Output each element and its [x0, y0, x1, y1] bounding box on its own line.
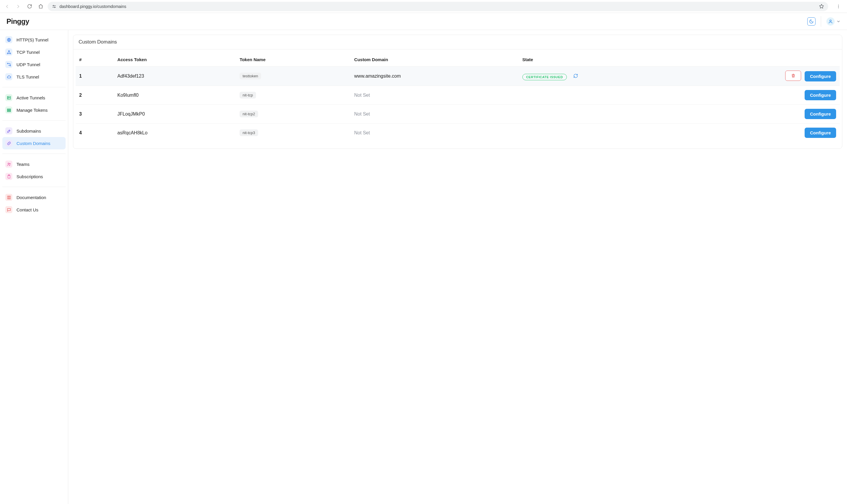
col-token-name: Token Name [236, 55, 350, 67]
not-set-label: Not Set [355, 130, 370, 135]
svg-point-5 [838, 6, 839, 6]
token-name-badge: testtoken [240, 73, 261, 79]
group-icon [5, 161, 12, 168]
theme-toggle-button[interactable] [807, 17, 815, 25]
row-index: 3 [76, 105, 114, 124]
sidebar-item-http-s-tunnel[interactable]: HTTP(S) Tunnel [2, 34, 66, 46]
token-name-badge: nit-tcp [240, 92, 256, 98]
sidebar-item-tcp-tunnel[interactable]: TCP Tunnel [2, 46, 66, 58]
col-index: # [76, 55, 114, 67]
sidebar-item-label: Documentation [16, 195, 46, 200]
sidebar-item-label: UDP Tunnel [16, 62, 40, 67]
sidebar-item-label: Active Tunnels [16, 95, 45, 100]
brand-logo[interactable]: Pinggy [6, 17, 29, 25]
clipboard-icon [5, 173, 12, 180]
custom-domain-cell: www.amazingsite.com [351, 67, 519, 86]
link-icon [5, 140, 12, 147]
configure-button[interactable]: Configure [805, 109, 836, 119]
browser-menu-button[interactable] [834, 2, 843, 11]
sidebar-separator [2, 87, 66, 87]
list-icon [5, 106, 12, 113]
col-state: State [519, 55, 672, 67]
sidebar-item-tls-tunnel[interactable]: TLS Tunnel [2, 71, 66, 83]
row-index: 2 [76, 86, 114, 105]
configure-button[interactable]: Configure [805, 128, 836, 138]
not-set-label: Not Set [355, 93, 370, 97]
sidebar-item-custom-domains[interactable]: Custom Domains [2, 137, 66, 149]
browser-chrome: dashboard.pinggy.io/customdomains [0, 0, 847, 13]
server-icon [5, 94, 12, 101]
sidebar-item-contact-us[interactable]: Contact Us [2, 203, 66, 216]
token-name-badge: nit-tcp3 [240, 129, 258, 136]
custom-domain-cell: Not Set [351, 86, 519, 105]
svg-rect-18 [7, 109, 10, 110]
site-controls-icon[interactable] [52, 4, 56, 9]
row-index: 4 [76, 124, 114, 142]
sidebar-item-label: Teams [16, 162, 30, 167]
state-cell [519, 105, 672, 124]
globe-icon [5, 36, 12, 43]
bookmark-star-icon[interactable] [819, 4, 824, 9]
sidebar-item-teams[interactable]: Teams [2, 158, 66, 170]
header-right [807, 16, 841, 27]
url-bar[interactable]: dashboard.pinggy.io/customdomains [48, 2, 828, 11]
svg-point-9 [8, 50, 9, 51]
divider [821, 16, 821, 27]
sidebar-item-label: Custom Domains [16, 141, 50, 146]
avatar-icon [826, 17, 835, 25]
sidebar-item-subscriptions[interactable]: Subscriptions [2, 170, 66, 183]
sidebar-item-udp-tunnel[interactable]: UDP Tunnel [2, 58, 66, 71]
state-cell [519, 86, 672, 105]
configure-button[interactable]: Configure [805, 90, 836, 100]
sidebar-separator [2, 187, 66, 187]
svg-point-1 [53, 5, 54, 6]
table-row: 2Ko9Iumfl0nit-tcpNot SetConfigure [76, 86, 840, 105]
moon-icon [809, 19, 814, 24]
sidebar: HTTP(S) TunnelTCP TunnelUDP TunnelTLS Tu… [0, 30, 68, 504]
back-button[interactable] [3, 2, 11, 11]
svg-point-7 [830, 20, 831, 21]
svg-point-21 [8, 163, 9, 164]
book-icon [5, 194, 12, 201]
trash-icon [791, 73, 795, 78]
svg-point-13 [10, 65, 11, 66]
home-button[interactable] [36, 2, 45, 11]
state-cell: CERTIFICATE ISSUED [519, 67, 672, 86]
actions-cell: Configure [672, 124, 840, 142]
access-token-cell: JFLoqJMkP0 [114, 105, 236, 124]
forward-button[interactable] [14, 2, 22, 11]
refresh-button[interactable] [572, 72, 580, 80]
token-name-cell: nit-tcp [236, 86, 350, 105]
actions-cell: Configure [672, 67, 840, 86]
svg-point-3 [54, 7, 55, 8]
svg-point-4 [838, 5, 839, 5]
delete-button[interactable] [785, 71, 801, 81]
sidebar-item-label: Subdomains [16, 128, 41, 133]
route-icon [5, 61, 12, 68]
sidebar-item-label: Subscriptions [16, 174, 43, 179]
state-cell [519, 124, 672, 142]
url-text[interactable]: dashboard.pinggy.io/customdomains [59, 4, 816, 9]
access-token-cell: Adf43def123 [114, 67, 236, 86]
network-icon [5, 49, 12, 56]
sidebar-item-subdomains[interactable]: Subdomains [2, 125, 66, 137]
svg-point-10 [7, 53, 8, 54]
sidebar-separator [2, 154, 66, 154]
svg-rect-19 [7, 110, 10, 111]
svg-rect-20 [7, 111, 10, 112]
cloud-lock-icon [5, 73, 12, 80]
token-name-cell: nit-tcp3 [236, 124, 350, 142]
col-access-token: Access Token [114, 55, 236, 67]
token-name-cell: testtoken [236, 67, 350, 86]
token-name-badge: nit-tcp2 [240, 111, 258, 117]
user-menu[interactable] [826, 17, 841, 25]
token-name-cell: nit-tcp2 [236, 105, 350, 124]
sidebar-item-label: TCP Tunnel [16, 50, 40, 55]
custom-domains-panel: Custom Domains # Access Token Token Name… [73, 35, 842, 149]
sidebar-item-active-tunnels[interactable]: Active Tunnels [2, 91, 66, 104]
sidebar-item-manage-tokens[interactable]: Manage Tokens [2, 104, 66, 116]
access-token-cell: Ko9Iumfl0 [114, 86, 236, 105]
configure-button[interactable]: Configure [805, 71, 836, 82]
sidebar-item-documentation[interactable]: Documentation [2, 191, 66, 203]
reload-button[interactable] [25, 2, 34, 11]
